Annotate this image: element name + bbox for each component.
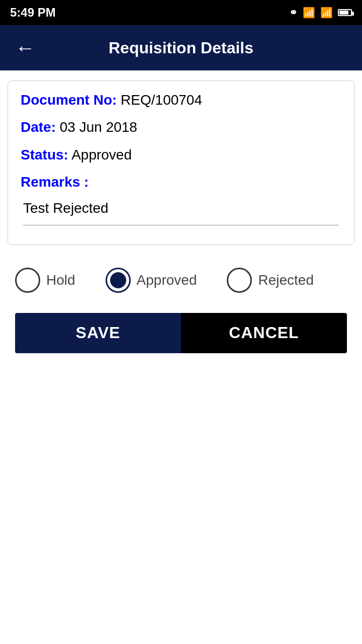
signal-icon: 📶 [320, 7, 333, 19]
status-icons: ⚭ 📶 📶 [289, 7, 352, 19]
radio-group: Hold Approved Rejected [8, 258, 354, 303]
details-card: Document No: REQ/100704 Date: 03 Jun 201… [8, 80, 354, 245]
save-button[interactable]: SAVE [15, 313, 181, 353]
radio-circle-approved[interactable] [106, 268, 131, 293]
radio-circle-rejected[interactable] [227, 268, 252, 293]
radio-option-hold[interactable]: Hold [15, 268, 75, 293]
remarks-row: Remarks : Test Rejected [21, 173, 341, 225]
radio-option-rejected[interactable]: Rejected [227, 268, 314, 293]
remarks-underline [23, 225, 339, 225]
radio-label-approved: Approved [137, 272, 197, 288]
back-button[interactable]: ← [10, 34, 40, 62]
status-bar: 5:49 PM ⚭ 📶 📶 [0, 0, 362, 25]
page-title: Requisition Details [109, 39, 253, 57]
remarks-container: Test Rejected [21, 199, 341, 225]
remarks-label: Remarks : [21, 173, 341, 191]
main-content: Document No: REQ/100704 Date: 03 Jun 201… [0, 70, 362, 363]
date-row: Date: 03 Jun 2018 [21, 118, 341, 136]
radio-option-approved[interactable]: Approved [106, 268, 197, 293]
buttons-row: SAVE CANCEL [8, 313, 354, 353]
navbar: ← Requisition Details [0, 25, 362, 70]
cancel-button[interactable]: CANCEL [181, 313, 347, 353]
radio-label-hold: Hold [46, 272, 75, 288]
battery-icon [338, 9, 352, 16]
radio-circle-hold[interactable] [15, 268, 40, 293]
date-value: 03 Jun 2018 [60, 119, 137, 135]
document-no-row: Document No: REQ/100704 [21, 91, 341, 109]
headphone-icon: ⚭ [289, 7, 298, 19]
wifi-icon: 📶 [303, 7, 315, 19]
status-time: 5:49 PM [10, 6, 56, 20]
status-label: Status: [21, 147, 68, 163]
status-row: Status: Approved [21, 146, 341, 164]
date-label: Date: [21, 119, 56, 135]
document-no-value: REQ/100704 [117, 92, 202, 108]
document-no-label: Document No: [21, 92, 117, 108]
status-value: Approved [71, 147, 132, 163]
remarks-text: Test Rejected [23, 199, 339, 217]
radio-label-rejected: Rejected [258, 272, 314, 288]
